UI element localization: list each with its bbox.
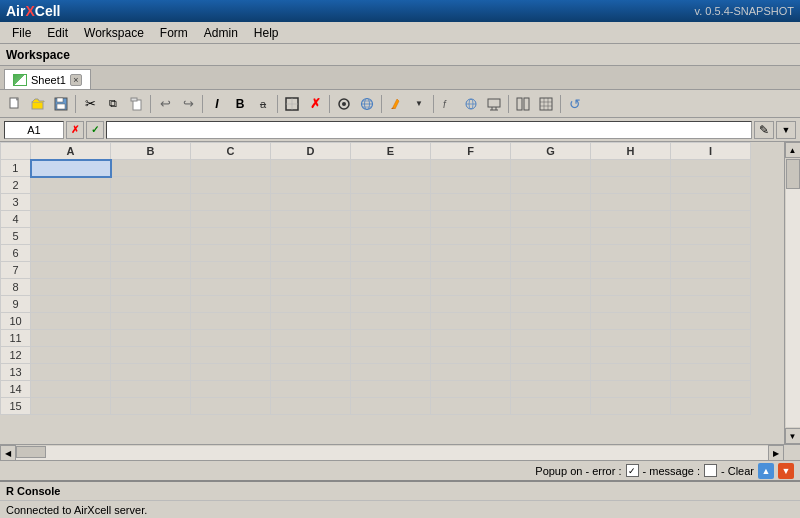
status-down-btn[interactable]: ▼ xyxy=(778,463,794,479)
cell-A2[interactable] xyxy=(31,177,111,194)
toolbar-paint-arrow-btn[interactable]: ▼ xyxy=(408,93,430,115)
cell-H5[interactable] xyxy=(591,228,671,245)
menu-form[interactable]: Form xyxy=(152,24,196,42)
cell-F5[interactable] xyxy=(431,228,511,245)
menu-edit[interactable]: Edit xyxy=(39,24,76,42)
cell-C6[interactable] xyxy=(191,245,271,262)
cell-H11[interactable] xyxy=(591,330,671,347)
cell-D8[interactable] xyxy=(271,279,351,296)
toolbar-refresh-btn[interactable]: ↺ xyxy=(564,93,586,115)
cell-B1[interactable] xyxy=(111,160,191,177)
toolbar-del-border-btn[interactable]: ✗ xyxy=(304,93,326,115)
cell-G11[interactable] xyxy=(511,330,591,347)
cell-E10[interactable] xyxy=(351,313,431,330)
cell-G12[interactable] xyxy=(511,347,591,364)
cell-B3[interactable] xyxy=(111,194,191,211)
cell-B15[interactable] xyxy=(111,398,191,415)
cell-A8[interactable] xyxy=(31,279,111,296)
toolbar-italic-btn[interactable]: I xyxy=(206,93,228,115)
cell-D12[interactable] xyxy=(271,347,351,364)
cell-I4[interactable] xyxy=(671,211,751,228)
cell-I6[interactable] xyxy=(671,245,751,262)
cell-H3[interactable] xyxy=(591,194,671,211)
popup-message-checkbox[interactable] xyxy=(704,464,717,477)
toolbar-open-btn[interactable] xyxy=(27,93,49,115)
h-scroll-thumb[interactable] xyxy=(16,446,46,458)
cell-E15[interactable] xyxy=(351,398,431,415)
cell-A7[interactable] xyxy=(31,262,111,279)
scroll-up-btn[interactable]: ▲ xyxy=(785,142,801,158)
cell-F12[interactable] xyxy=(431,347,511,364)
cell-C9[interactable] xyxy=(191,296,271,313)
cell-F2[interactable] xyxy=(431,177,511,194)
toolbar-new-btn[interactable] xyxy=(4,93,26,115)
cell-D2[interactable] xyxy=(271,177,351,194)
cell-B14[interactable] xyxy=(111,381,191,398)
toolbar-save-btn[interactable] xyxy=(50,93,72,115)
cell-F15[interactable] xyxy=(431,398,511,415)
spreadsheet-scroll-area[interactable]: A B C D E F G H I 123456789101112131415 xyxy=(0,142,784,444)
cell-E5[interactable] xyxy=(351,228,431,245)
cell-C2[interactable] xyxy=(191,177,271,194)
cell-F11[interactable] xyxy=(431,330,511,347)
cell-E2[interactable] xyxy=(351,177,431,194)
cell-B7[interactable] xyxy=(111,262,191,279)
cell-C12[interactable] xyxy=(191,347,271,364)
status-up-btn[interactable]: ▲ xyxy=(758,463,774,479)
cell-A4[interactable] xyxy=(31,211,111,228)
popup-error-checkbox[interactable]: ✓ xyxy=(626,464,639,477)
cell-C5[interactable] xyxy=(191,228,271,245)
toolbar-border-btn[interactable] xyxy=(281,93,303,115)
cell-H4[interactable] xyxy=(591,211,671,228)
formula-edit-btn[interactable]: ✎ xyxy=(754,121,774,139)
cell-G8[interactable] xyxy=(511,279,591,296)
cell-B8[interactable] xyxy=(111,279,191,296)
cell-D10[interactable] xyxy=(271,313,351,330)
cell-B13[interactable] xyxy=(111,364,191,381)
toolbar-copy-btn[interactable]: ⧉ xyxy=(102,93,124,115)
scroll-left-btn[interactable]: ◀ xyxy=(0,445,16,460)
cell-H6[interactable] xyxy=(591,245,671,262)
toolbar-strike-btn[interactable]: a xyxy=(252,93,274,115)
cell-A13[interactable] xyxy=(31,364,111,381)
cell-E9[interactable] xyxy=(351,296,431,313)
cell-B4[interactable] xyxy=(111,211,191,228)
cell-B9[interactable] xyxy=(111,296,191,313)
cell-G14[interactable] xyxy=(511,381,591,398)
cell-G13[interactable] xyxy=(511,364,591,381)
v-scroll-thumb[interactable] xyxy=(786,159,800,189)
cell-F3[interactable] xyxy=(431,194,511,211)
cell-I3[interactable] xyxy=(671,194,751,211)
cell-F4[interactable] xyxy=(431,211,511,228)
cell-G2[interactable] xyxy=(511,177,591,194)
cell-I5[interactable] xyxy=(671,228,751,245)
cell-A15[interactable] xyxy=(31,398,111,415)
cell-F6[interactable] xyxy=(431,245,511,262)
cell-F13[interactable] xyxy=(431,364,511,381)
cell-C13[interactable] xyxy=(191,364,271,381)
cell-F1[interactable] xyxy=(431,160,511,177)
formula-input[interactable] xyxy=(106,121,752,139)
cell-G10[interactable] xyxy=(511,313,591,330)
menu-admin[interactable]: Admin xyxy=(196,24,246,42)
toolbar-paint-btn[interactable] xyxy=(385,93,407,115)
cell-G9[interactable] xyxy=(511,296,591,313)
toolbar-grid-btn[interactable] xyxy=(535,93,557,115)
h-scroll-track[interactable] xyxy=(16,446,768,460)
cell-C10[interactable] xyxy=(191,313,271,330)
cell-I15[interactable] xyxy=(671,398,751,415)
cell-G4[interactable] xyxy=(511,211,591,228)
cell-G6[interactable] xyxy=(511,245,591,262)
cell-H8[interactable] xyxy=(591,279,671,296)
cell-I12[interactable] xyxy=(671,347,751,364)
cell-D14[interactable] xyxy=(271,381,351,398)
cell-B10[interactable] xyxy=(111,313,191,330)
cell-G1[interactable] xyxy=(511,160,591,177)
cell-F7[interactable] xyxy=(431,262,511,279)
cell-F14[interactable] xyxy=(431,381,511,398)
toolbar-bold-btn[interactable]: B xyxy=(229,93,251,115)
cell-D15[interactable] xyxy=(271,398,351,415)
cell-reference-input[interactable] xyxy=(4,121,64,139)
cell-E4[interactable] xyxy=(351,211,431,228)
cell-G5[interactable] xyxy=(511,228,591,245)
